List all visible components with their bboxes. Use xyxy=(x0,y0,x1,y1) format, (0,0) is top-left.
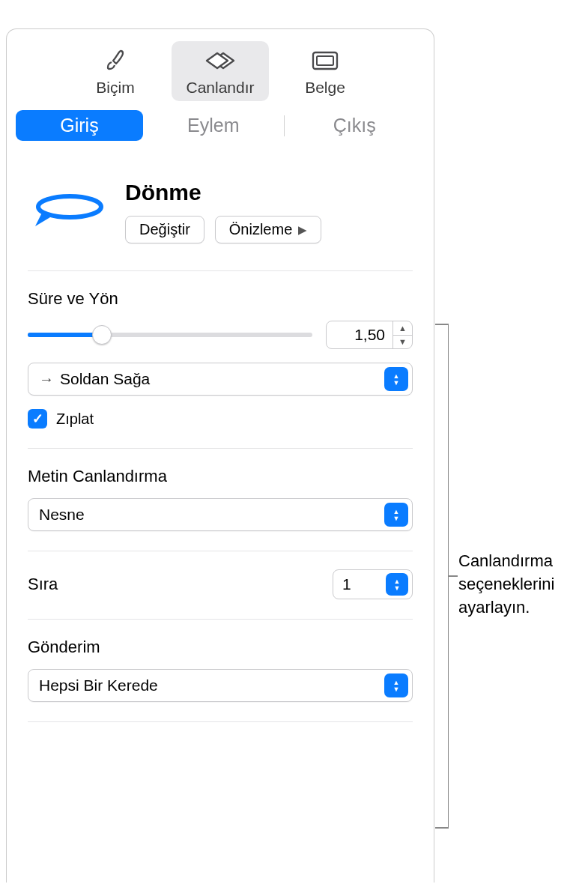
popup-indicator-icon: ▲▼ xyxy=(386,573,408,596)
tab-format[interactable]: Biçim xyxy=(67,41,164,101)
tab-build-in[interactable]: Giriş xyxy=(16,110,143,141)
callout-bracket-side xyxy=(435,324,449,827)
svg-rect-1 xyxy=(317,56,333,65)
spin-effect-icon xyxy=(28,181,112,243)
popup-indicator-icon: ▲▼ xyxy=(384,367,408,391)
delivery-popup[interactable]: Hepsi Bir Kerede ▲▼ xyxy=(28,669,413,702)
preview-button-label: Önizleme xyxy=(229,221,292,238)
text-animation-value: Nesne xyxy=(39,506,85,524)
play-icon: ▶ xyxy=(298,223,307,237)
callout-bracket-bottom xyxy=(435,827,449,829)
preview-button[interactable]: Önizleme ▶ xyxy=(215,216,321,243)
arrow-right-icon: → xyxy=(39,371,54,388)
chevron-down-icon[interactable]: ▼ xyxy=(393,336,412,349)
svg-point-2 xyxy=(38,196,101,217)
callout-text: Canlandırma seçeneklerini ayarlayın. xyxy=(458,550,584,619)
direction-value: Soldan Sağa xyxy=(60,370,150,388)
inspector-panel: Biçim Canlandır Belge Giriş Eylem xyxy=(6,28,434,883)
delivery-section: Gönderim Hepsi Bir Kerede ▲▼ xyxy=(28,620,413,722)
order-label: Sıra xyxy=(28,575,58,594)
order-value: 1 xyxy=(333,575,386,593)
tab-action[interactable]: Eylem xyxy=(143,110,284,141)
effect-header: Dönme Değiştir Önizleme ▶ xyxy=(28,153,413,271)
duration-label: Süre ve Yön xyxy=(28,289,413,309)
callout-pointer xyxy=(449,575,458,577)
tab-build-out[interactable]: Çıkış xyxy=(285,110,425,141)
tab-document[interactable]: Belge xyxy=(276,41,374,101)
tab-document-label: Belge xyxy=(276,79,374,97)
duration-stepper[interactable]: ▲ ▼ xyxy=(392,321,412,348)
bounce-label: Zıplat xyxy=(56,411,94,428)
tab-animate[interactable]: Canlandır xyxy=(172,41,269,101)
popup-indicator-icon: ▲▼ xyxy=(384,503,408,527)
popup-indicator-icon: ▲▼ xyxy=(384,673,408,697)
direction-popup[interactable]: → Soldan Sağa ▲▼ xyxy=(28,363,413,396)
bounce-checkbox[interactable]: ✓ xyxy=(28,409,47,429)
inspector-top-tabs: Biçim Canlandır Belge xyxy=(7,29,434,107)
diamond-stack-icon xyxy=(172,46,269,76)
tab-animate-label: Canlandır xyxy=(172,79,269,97)
brush-icon xyxy=(67,46,164,76)
delivery-label: Gönderim xyxy=(28,638,413,657)
document-icon xyxy=(276,46,374,76)
text-animation-popup[interactable]: Nesne ▲▼ xyxy=(28,498,413,531)
order-section: Sıra 1 ▲▼ xyxy=(28,551,413,620)
change-button-label: Değiştir xyxy=(139,221,190,238)
duration-section: Süre ve Yön 1,50 ▲ ▼ → So xyxy=(28,271,413,449)
delivery-value: Hepsi Bir Kerede xyxy=(39,676,158,694)
duration-field[interactable]: 1,50 ▲ ▼ xyxy=(326,321,413,349)
chevron-up-icon[interactable]: ▲ xyxy=(393,321,412,336)
text-animation-label: Metin Canlandırma xyxy=(28,467,413,486)
effect-title: Dönme xyxy=(125,180,413,205)
duration-value: 1,50 xyxy=(327,321,392,348)
text-animation-section: Metin Canlandırma Nesne ▲▼ xyxy=(28,449,413,551)
change-button[interactable]: Değiştir xyxy=(125,216,204,243)
duration-slider[interactable] xyxy=(28,327,312,342)
order-popup[interactable]: 1 ▲▼ xyxy=(333,569,413,599)
animate-sub-tabs: Giriş Eylem Çıkış xyxy=(7,107,434,153)
tab-format-label: Biçim xyxy=(67,79,164,97)
